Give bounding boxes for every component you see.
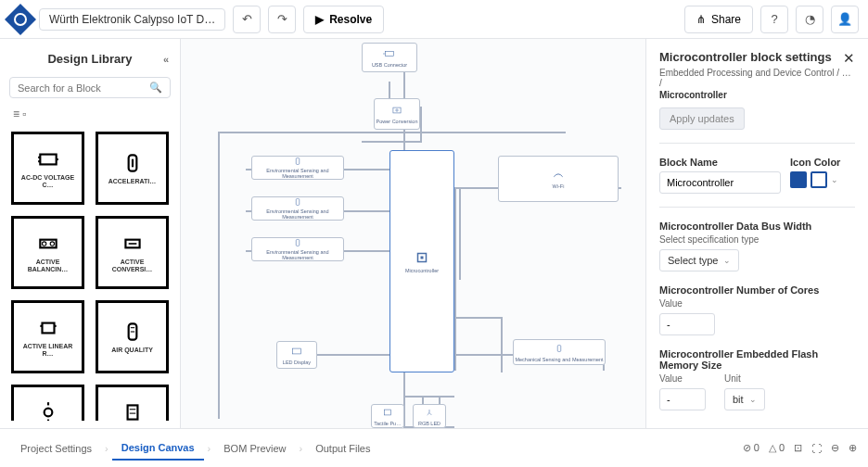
block-name-label: Block Name bbox=[659, 157, 781, 168]
svg-rect-28 bbox=[393, 107, 401, 113]
library-item-active-linear[interactable]: ACTIVE LINEAR R… bbox=[11, 300, 84, 373]
canvas-block-mech-sensor[interactable]: Mechanical Sensing and Measurement bbox=[513, 339, 606, 365]
design-library-panel: Design Library « 🔍 ≡ ▫ AC-DC VOLTAGE C… … bbox=[0, 39, 181, 428]
design-canvas[interactable]: USB Connector Power Conversion Environme… bbox=[181, 39, 645, 428]
search-block-box[interactable]: 🔍 bbox=[9, 77, 171, 98]
status-errors: ⊘ 0 bbox=[743, 442, 760, 454]
svg-point-29 bbox=[396, 109, 398, 111]
library-header: Design Library « bbox=[7, 46, 172, 71]
tab-output-files[interactable]: Output Files bbox=[306, 437, 379, 460]
resolve-label: Resolve bbox=[329, 13, 372, 26]
canvas-block-usb[interactable]: USB Connector bbox=[362, 43, 417, 72]
flash-title: Microcontroller Embedded Flash Memory Si… bbox=[659, 348, 855, 371]
library-item-label: AIR QUALITY bbox=[111, 347, 153, 354]
main-area: Design Library « 🔍 ≡ ▫ AC-DC VOLTAGE C… … bbox=[0, 39, 868, 428]
select-type-dropdown[interactable]: Select type ⌄ bbox=[659, 249, 739, 271]
svg-point-16 bbox=[44, 409, 52, 417]
account-button[interactable]: 👤 bbox=[831, 6, 859, 33]
zoom-fit-icon[interactable]: ⊡ bbox=[794, 442, 802, 454]
svg-rect-26 bbox=[385, 52, 393, 57]
block-label: Power Conversion bbox=[377, 119, 418, 124]
chevron-down-icon: ⌄ bbox=[831, 175, 838, 184]
block-label: Mechanical Sensing and Measurement bbox=[515, 357, 603, 362]
library-item-active-balancing[interactable]: ACTIVE BALANCIN… bbox=[11, 216, 84, 289]
color-swatch-filled[interactable] bbox=[790, 171, 807, 188]
canvas-block-tactile[interactable]: Tactile Pu… bbox=[371, 404, 404, 428]
canvas-block-rgb-led[interactable]: RGB LED bbox=[413, 404, 446, 428]
play-icon: ▶ bbox=[315, 13, 324, 26]
flash-unit-label: Unit bbox=[724, 373, 765, 384]
apply-updates-button[interactable]: Apply updates bbox=[659, 107, 745, 130]
cores-value-input[interactable] bbox=[659, 313, 715, 335]
app-logo bbox=[5, 4, 36, 35]
library-item-label: ACCELERATI… bbox=[108, 178, 157, 185]
share-icon: ⋔ bbox=[696, 13, 706, 26]
library-grid: AC-DC VOLTAGE C… ACCELERATI… ACTIVE BALA… bbox=[7, 124, 172, 421]
share-button[interactable]: ⋔ Share bbox=[684, 6, 753, 33]
svg-rect-31 bbox=[296, 198, 300, 205]
library-item-active-conversion[interactable]: ACTIVE CONVERSI… bbox=[96, 216, 169, 289]
svg-point-8 bbox=[50, 242, 54, 246]
top-bar: Würth Elektronik Calypso IoT D… ↶ ↷ ▶ Re… bbox=[0, 0, 868, 39]
search-input[interactable] bbox=[18, 82, 149, 94]
block-name-input[interactable] bbox=[659, 171, 781, 194]
library-item-label: ACTIVE LINEAR R… bbox=[18, 343, 78, 357]
library-item-ambient-light[interactable]: AMBIENT LIGHT S… bbox=[11, 385, 84, 421]
share-label: Share bbox=[711, 13, 741, 26]
panel-breadcrumb-leaf: Microcontroller bbox=[659, 90, 855, 100]
bottom-bar: Project Settings › Design Canvas › BOM P… bbox=[0, 428, 868, 467]
canvas-block-microcontroller[interactable]: Microcontroller bbox=[389, 150, 454, 372]
databus-subtext: Select specification type bbox=[659, 234, 855, 245]
canvas-block-sensor-1[interactable]: Environmental Sensing and Measurement bbox=[251, 156, 344, 180]
zoom-out-icon[interactable]: ⊖ bbox=[831, 442, 839, 454]
library-title: Design Library bbox=[47, 52, 132, 66]
collapse-sidebar-icon[interactable]: « bbox=[163, 54, 169, 65]
databus-title: Microcontroller Data Bus Width bbox=[659, 221, 855, 232]
zoom-extent-icon[interactable]: ⛶ bbox=[811, 443, 822, 454]
library-item-adc[interactable]: ANALOG TO DIGIT… bbox=[96, 385, 169, 421]
svg-rect-36 bbox=[292, 348, 300, 354]
svg-rect-0 bbox=[40, 155, 56, 165]
canvas-block-wifi[interactable]: Wi-Fi bbox=[498, 156, 619, 202]
status-warnings: △ 0 bbox=[769, 442, 785, 454]
library-item-air-quality[interactable]: AIR QUALITY bbox=[96, 300, 169, 373]
panel-breadcrumb: Embedded Processing and Device Control /… bbox=[659, 68, 855, 88]
redo-button[interactable]: ↷ bbox=[268, 6, 296, 33]
library-item-acdc[interactable]: AC-DC VOLTAGE C… bbox=[11, 132, 84, 205]
block-label: USB Connector bbox=[372, 62, 407, 68]
svg-rect-35 bbox=[557, 345, 561, 351]
block-label: Wi-Fi bbox=[553, 183, 565, 189]
tab-design-canvas[interactable]: Design Canvas bbox=[112, 436, 204, 461]
search-icon: 🔍 bbox=[149, 82, 162, 94]
library-item-label: AC-DC VOLTAGE C… bbox=[18, 174, 78, 188]
help-button[interactable]: ? bbox=[760, 6, 788, 33]
tab-project-settings[interactable]: Project Settings bbox=[11, 437, 101, 460]
resolve-button[interactable]: ▶ Resolve bbox=[303, 6, 384, 33]
undo-button[interactable]: ↶ bbox=[233, 6, 261, 33]
notifications-button[interactable]: ◔ bbox=[796, 6, 823, 33]
flash-unit-dropdown[interactable]: bit ⌄ bbox=[724, 388, 765, 410]
canvas-block-sensor-3[interactable]: Environmental Sensing and Measurement bbox=[251, 237, 344, 261]
panel-title: Microcontroller block settings bbox=[659, 50, 855, 64]
block-label: Environmental Sensing and Measurement bbox=[252, 168, 343, 179]
canvas-block-led-display[interactable]: LED Display bbox=[276, 341, 317, 369]
flash-unit-value: bit bbox=[733, 394, 744, 405]
icon-color-picker[interactable]: ⌄ bbox=[790, 171, 855, 188]
color-swatch-outline[interactable] bbox=[811, 171, 827, 188]
zoom-in-icon[interactable]: ⊕ bbox=[849, 442, 857, 454]
project-title[interactable]: Würth Elektronik Calypso IoT D… bbox=[39, 8, 225, 31]
svg-rect-34 bbox=[421, 256, 424, 259]
canvas-block-sensor-2[interactable]: Environmental Sensing and Measurement bbox=[251, 196, 344, 221]
block-label: LED Display bbox=[283, 360, 311, 365]
flash-value-input[interactable] bbox=[659, 388, 706, 410]
block-label: RGB LED bbox=[418, 421, 440, 426]
view-toggle-icon[interactable]: ≡ ▫ bbox=[13, 107, 167, 120]
library-item-label: ACTIVE BALANCIN… bbox=[18, 259, 78, 272]
svg-rect-10 bbox=[42, 323, 54, 334]
block-label: Tactile Pu… bbox=[374, 421, 401, 426]
library-item-acceleration[interactable]: ACCELERATI… bbox=[96, 132, 169, 205]
chevron-down-icon: ⌄ bbox=[749, 395, 757, 404]
canvas-block-power[interactable]: Power Conversion bbox=[374, 98, 420, 130]
tab-bom-preview[interactable]: BOM Preview bbox=[214, 437, 295, 460]
close-panel-icon[interactable]: ✕ bbox=[843, 50, 855, 67]
